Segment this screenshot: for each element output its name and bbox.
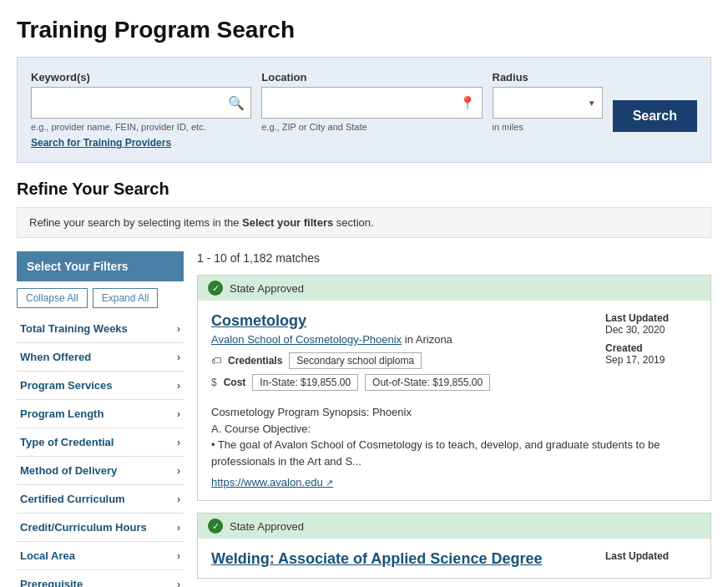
created-label: Created (605, 342, 697, 354)
last-updated-value: Dec 30, 2020 (605, 324, 697, 336)
sidebar-item-label: Type of Credential (20, 436, 114, 448)
filter-list: Total Training Weeks › When Offered › Pr… (17, 315, 184, 587)
cost-label: Cost (224, 377, 246, 388)
sidebar: Select Your Filters Collapse All Expand … (17, 251, 184, 587)
keyword-input[interactable] (31, 87, 251, 119)
sidebar-item-program-length[interactable]: Program Length › (17, 400, 184, 428)
results-count: 1 - 10 of 1,182 matches (197, 251, 711, 265)
sidebar-item-label: Credit/Curriculum Hours (20, 521, 147, 534)
card-external-link[interactable]: https://www.avalon.edu ↗ (211, 476, 333, 488)
search-icon: 🔍 (228, 95, 245, 111)
instate-cost-tag: In-State: $19,855.00 (252, 374, 358, 391)
sidebar-item-method-of-delivery[interactable]: Method of Delivery › (17, 457, 184, 485)
last-updated-label: Last Updated (605, 312, 697, 324)
sidebar-item-prerequisite[interactable]: Prerequisite › (17, 570, 184, 587)
chevron-right-icon: › (177, 380, 180, 392)
chevron-right-icon: › (177, 465, 180, 477)
results-section: 1 - 10 of 1,182 matches ✓ State Approved… (197, 251, 711, 587)
sidebar-item-when-offered[interactable]: When Offered › (17, 343, 184, 372)
refine-hint: Refine your search by selecting items in… (17, 207, 711, 238)
cost-icon: $ (211, 377, 217, 388)
search-button[interactable]: Search (613, 100, 697, 132)
card-status: State Approved (230, 282, 304, 295)
external-link-icon: ↗ (326, 478, 333, 488)
credential-tag: Secondary school diploma (289, 352, 422, 369)
radius-field-group: Radius 5 10 25 50 100 ▼ in miles (493, 71, 603, 132)
approved-check-icon: ✓ (208, 519, 223, 534)
chevron-right-icon: › (177, 579, 180, 588)
radius-select[interactable]: 5 10 25 50 100 (493, 87, 603, 119)
sidebar-item-total-training-weeks[interactable]: Total Training Weeks › (17, 315, 184, 343)
sidebar-item-type-of-credential[interactable]: Type of Credential › (17, 428, 184, 457)
card-title[interactable]: Cosmetology (211, 312, 589, 330)
last-updated-label: Last Updated (605, 550, 697, 562)
sidebar-item-label: Total Training Weeks (20, 322, 128, 335)
chevron-right-icon: › (177, 352, 180, 363)
search-section: Keyword(s) 🔍 e.g., provider name, FEIN, … (17, 57, 711, 163)
location-icon: 📍 (459, 95, 476, 111)
radius-hint: in miles (493, 122, 603, 132)
chevron-right-icon: › (177, 550, 180, 562)
card-synopsis: Cosmetology Program Synopsis: Phoenix A.… (211, 404, 697, 469)
chevron-right-icon: › (177, 522, 180, 534)
sidebar-item-label: Program Length (20, 407, 104, 420)
chevron-right-icon: › (177, 408, 180, 420)
refine-hint-bold: Select your filters (242, 216, 333, 229)
refine-hint-suffix: section. (336, 216, 374, 229)
credential-icon: 🏷 (211, 355, 221, 367)
location-input[interactable] (261, 87, 482, 119)
card-subtitle: Avalon School of Cosmetology-Phoenix in … (211, 333, 589, 346)
result-card: ✓ State Approved Welding: Associate of A… (197, 513, 711, 579)
keyword-label: Keyword(s) (31, 71, 251, 83)
result-card: ✓ State Approved Cosmetology Avalon Scho… (197, 275, 711, 501)
location-field-group: Location 📍 e.g., ZIP or City and State (261, 71, 482, 132)
sidebar-item-label: Program Services (20, 379, 113, 392)
card-dates: Last Updated Dec 30, 2020 Created Sep 17… (589, 312, 697, 396)
created-value: Sep 17, 2019 (605, 354, 697, 366)
sidebar-item-local-area[interactable]: Local Area › (17, 542, 184, 570)
sidebar-item-label: Certified Curriculum (20, 493, 125, 505)
cost-row: $ Cost In-State: $19,855.00 Out-of-State… (211, 374, 589, 391)
chevron-right-icon: › (177, 493, 180, 505)
sidebar-item-program-services[interactable]: Program Services › (17, 372, 184, 400)
outstate-cost-tag: Out-of-State: $19,855.00 (365, 374, 490, 391)
sidebar-item-credit-curriculum-hours[interactable]: Credit/Curriculum Hours › (17, 514, 184, 542)
location-label: Location (261, 71, 482, 83)
sidebar-item-label: Method of Delivery (20, 464, 117, 477)
refine-heading: Refine Your Search (17, 180, 711, 199)
card-status-header: ✓ State Approved (198, 514, 710, 539)
sidebar-item-label: When Offered (20, 351, 91, 363)
expand-all-button[interactable]: Expand All (93, 288, 159, 308)
search-providers-link[interactable]: Search for Training Providers (31, 137, 171, 149)
chevron-right-icon: › (177, 437, 180, 448)
sidebar-item-label: Prerequisite (20, 578, 83, 587)
approved-check-icon: ✓ (208, 281, 223, 296)
credentials-row: 🏷 Credentials Secondary school diploma (211, 352, 589, 369)
credentials-label: Credentials (228, 355, 282, 367)
card-status: State Approved (230, 520, 304, 533)
keyword-field-group: Keyword(s) 🔍 e.g., provider name, FEIN, … (31, 71, 251, 132)
provider-link[interactable]: Avalon School of Cosmetology-Phoenix (211, 333, 402, 346)
sidebar-item-certified-curriculum[interactable]: Certified Curriculum › (17, 485, 184, 514)
keyword-hint: e.g., provider name, FEIN, provider ID, … (31, 122, 251, 132)
page-title: Training Program Search (17, 17, 711, 43)
sidebar-item-label: Local Area (20, 549, 75, 562)
sidebar-header: Select Your Filters (17, 251, 184, 281)
location-hint: e.g., ZIP or City and State (261, 122, 482, 132)
card-status-header: ✓ State Approved (198, 276, 710, 301)
card-location: in Arizona (405, 333, 452, 346)
refine-hint-text: Refine your search by selecting items in… (29, 216, 239, 229)
chevron-right-icon: › (177, 323, 180, 335)
card-title[interactable]: Welding: Associate of Applied Science De… (211, 550, 589, 568)
card-dates: Last Updated (589, 550, 697, 571)
radius-label: Radius (493, 71, 603, 83)
collapse-all-button[interactable]: Collapse All (17, 288, 88, 308)
